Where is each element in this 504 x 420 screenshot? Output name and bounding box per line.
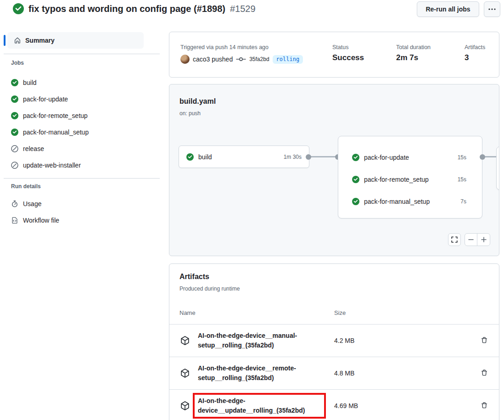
job-label: pack-for-manual_setup — [23, 129, 89, 136]
job-label: release — [23, 145, 44, 152]
artifact-size: 4.69 MB — [334, 402, 358, 409]
package-icon — [180, 368, 190, 378]
run-summary-card: Triggered via push 14 minutes ago caco3 … — [169, 32, 499, 78]
run-header: fix typos and wording on config page (#1… — [0, 0, 504, 26]
jobs-section-header: Jobs — [11, 60, 24, 66]
avatar[interactable] — [180, 55, 190, 64]
graph-node-label: pack-for-update — [364, 154, 409, 161]
success-check-icon — [11, 112, 18, 119]
graph-edge-dot — [480, 154, 485, 160]
workflow-graph-card: build.yaml on: push build 1m 30s pack-fo… — [169, 84, 499, 256]
duration-column: Total duration 2m 7s — [396, 44, 431, 62]
success-check-icon — [352, 176, 359, 183]
artifacts-table: AI-on-the-edge-device__manual-setup__rol… — [169, 324, 499, 420]
artifact-row-highlighted: AI-on-the-edge-device__update__rolling_(… — [169, 389, 499, 420]
run-details-section-header: Run details — [11, 183, 41, 190]
job-label: pack-for-remote_setup — [23, 112, 88, 119]
sidebar-divider — [4, 178, 160, 179]
sidebar-item-usage[interactable]: Usage — [0, 196, 160, 212]
skipped-icon — [11, 162, 18, 169]
branch-badge[interactable]: rolling — [273, 55, 303, 64]
sidebar-divider — [4, 54, 160, 54]
graph-node-pack-for-remote-setup[interactable]: pack-for-remote_setup 15s — [338, 168, 482, 190]
artifact-row: AI-on-the-edge-device__manual-setup__rol… — [169, 324, 499, 357]
run-number: #1529 — [230, 4, 256, 14]
trash-icon[interactable] — [481, 336, 488, 344]
duration-label: Total duration — [396, 44, 431, 50]
artifact-size: 4.2 MB — [334, 337, 354, 344]
sidebar-job-release[interactable]: release — [0, 140, 160, 157]
artifact-row: AI-on-the-edge-device__remote-setup__rol… — [169, 357, 499, 389]
column-header-size: Size — [334, 309, 346, 316]
status-value: Success — [332, 53, 364, 62]
minus-icon — [468, 236, 474, 243]
graph-group-pack-jobs: pack-for-update 15s pack-for-remote_setu… — [338, 136, 482, 218]
fullscreen-icon — [451, 236, 458, 243]
graph-node-duration: 1m 30s — [284, 154, 302, 160]
graph-node-pack-for-manual-setup[interactable]: pack-for-manual_setup 7s — [338, 190, 482, 213]
success-check-icon — [11, 95, 18, 103]
artifacts-count-column: Artifacts 3 — [465, 44, 485, 62]
job-label: update-web-installer — [23, 162, 81, 169]
graph-node-build[interactable]: build 1m 30s — [179, 146, 309, 168]
red-annotation-box: AI-on-the-edge-device__update__rolling_(… — [193, 393, 326, 419]
skipped-icon — [11, 145, 18, 152]
trigger-label: Triggered via push 14 minutes ago — [180, 44, 269, 50]
graph-node-label: pack-for-manual_setup — [364, 198, 430, 205]
zoom-out-button[interactable] — [465, 234, 477, 246]
home-icon — [14, 37, 21, 44]
sidebar: Summary Jobs build pack-for-update pack-… — [0, 28, 160, 420]
stopwatch-icon — [11, 200, 18, 207]
graph-node-duration: 15s — [458, 176, 466, 183]
artifacts-subtitle: Produced during runtime — [179, 286, 240, 292]
sidebar-job-build[interactable]: build — [0, 74, 160, 91]
graph-node-pack-for-update[interactable]: pack-for-update 15s — [338, 146, 482, 168]
plus-icon — [481, 236, 487, 243]
artifact-name-link[interactable]: AI-on-the-edge-device__manual-setup__rol… — [198, 331, 321, 350]
job-label: build — [23, 79, 37, 86]
status-label: Status — [332, 44, 364, 50]
kebab-menu-button[interactable] — [484, 1, 500, 17]
success-check-icon — [352, 154, 359, 161]
graph-node-label: pack-for-remote_setup — [364, 176, 429, 183]
git-commit-icon — [236, 56, 246, 62]
artifacts-card: Artifacts Produced during runtime Name S… — [169, 263, 499, 420]
sidebar-job-pack-for-remote-setup[interactable]: pack-for-remote_setup — [0, 107, 160, 124]
run-title-wrap: fix typos and wording on config page (#1… — [13, 3, 256, 14]
workflow-file-name: build.yaml — [179, 97, 216, 106]
graph-node-duration: 15s — [458, 154, 466, 161]
package-icon — [180, 336, 190, 346]
success-check-icon — [13, 3, 24, 14]
graph-node-partial — [496, 146, 499, 190]
graph-node-label: build — [198, 153, 212, 161]
sidebar-item-workflow-file[interactable]: Workflow file — [0, 212, 160, 229]
page-title: fix typos and wording on config page (#1… — [28, 4, 225, 14]
success-check-icon — [11, 79, 18, 86]
sidebar-item-summary[interactable]: Summary — [7, 32, 144, 49]
kebab-horizontal-icon — [488, 8, 496, 10]
sidebar-job-pack-for-update[interactable]: pack-for-update — [0, 91, 160, 107]
run-detail-label: Usage — [23, 200, 41, 207]
status-column: Status Success — [332, 44, 364, 62]
trash-icon[interactable] — [481, 402, 488, 409]
commit-sha-link[interactable]: 35fa2bd — [249, 56, 269, 62]
sidebar-job-pack-for-manual-setup[interactable]: pack-for-manual_setup — [0, 124, 160, 140]
workflow-trigger: on: push — [179, 110, 201, 117]
actor-pushed-text[interactable]: caco3 pushed — [193, 56, 233, 63]
rerun-all-jobs-button[interactable]: Re-run all jobs — [417, 1, 479, 17]
zoom-in-button[interactable] — [477, 234, 490, 246]
sidebar-job-update-web-installer[interactable]: update-web-installer — [0, 157, 160, 174]
success-check-icon — [186, 153, 194, 161]
artifact-name-link[interactable]: AI-on-the-edge-device__update__rolling_(… — [198, 396, 321, 415]
artifact-size: 4.8 MB — [334, 370, 354, 377]
graph-zoom-controls — [465, 233, 490, 246]
selected-accent-bar — [4, 35, 6, 46]
success-check-icon — [352, 198, 359, 205]
run-detail-label: Workflow file — [23, 217, 59, 224]
success-check-icon — [11, 129, 18, 136]
artifacts-count-label: Artifacts — [465, 44, 485, 50]
artifacts-count-value: 3 — [465, 53, 485, 62]
graph-fullscreen-button[interactable] — [448, 233, 461, 246]
artifact-name-link[interactable]: AI-on-the-edge-device__remote-setup__rol… — [198, 364, 321, 383]
trash-icon[interactable] — [481, 369, 488, 376]
